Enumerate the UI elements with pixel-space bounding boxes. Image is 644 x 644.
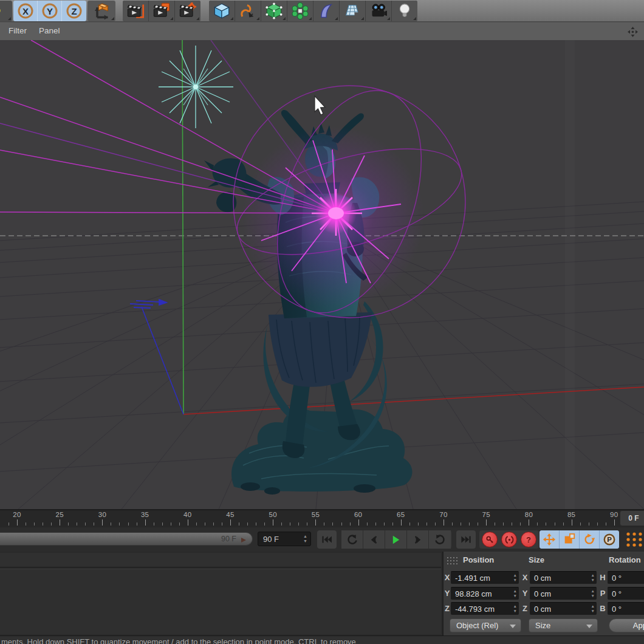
- axis-lock-x-button[interactable]: X: [13, 1, 38, 21]
- keyframe-group: ?: [479, 530, 539, 549]
- record-parameter-button[interactable]: P: [600, 530, 619, 549]
- render-view-button[interactable]: [123, 1, 148, 21]
- timeline-range-slider[interactable]: 90 F: [0, 532, 253, 546]
- coordinate-system-button[interactable]: [87, 1, 115, 21]
- x-axis-line[interactable]: [183, 387, 644, 414]
- record-scale-button[interactable]: [560, 530, 579, 549]
- axis-lock-y-button[interactable]: Y: [38, 1, 62, 21]
- camera-button[interactable]: [366, 1, 391, 21]
- play-backwards-button[interactable]: [341, 530, 363, 549]
- end-frame-field[interactable]: 90 F ▲▼: [258, 532, 311, 546]
- menu-filter[interactable]: Filter: [9, 26, 27, 35]
- axis-lock-z-button[interactable]: Z: [62, 1, 86, 21]
- spline-pen-button[interactable]: [235, 1, 261, 21]
- menu-panel[interactable]: Panel: [39, 26, 60, 35]
- play-icon: [390, 534, 402, 546]
- play-forwards-button[interactable]: [429, 530, 451, 549]
- goto-end-button[interactable]: [456, 530, 476, 549]
- play-button[interactable]: [385, 530, 407, 549]
- object-tools-group: [209, 1, 417, 21]
- render-view-icon: [126, 2, 145, 19]
- bend-deformer-button[interactable]: [313, 1, 339, 21]
- render-group: [123, 1, 200, 21]
- size-z-field[interactable]: 0 cm▲▼: [530, 602, 597, 615]
- spinner-arrows-icon[interactable]: ▲▼: [303, 534, 307, 544]
- play-forwards-icon: [434, 534, 446, 546]
- range-end-label: 90 F: [221, 535, 236, 543]
- bottom-zone: Position Size Rotation X -1.491 cm▲▼ X 0…: [0, 552, 644, 635]
- position-x-field[interactable]: -1.491 cm▲▼: [451, 571, 519, 584]
- subdivision-surface-button[interactable]: [261, 1, 287, 21]
- z-axis-handle[interactable]: [130, 300, 166, 308]
- position-y-field[interactable]: 98.828 cm▲▼: [451, 587, 519, 600]
- size-mode-dropdown[interactable]: Size: [529, 618, 598, 632]
- rotation-p-field[interactable]: 0 °: [608, 587, 644, 600]
- toolbar-partial-button[interactable]: [0, 1, 12, 21]
- autokey-button[interactable]: [501, 532, 517, 547]
- panel-grip-icon[interactable]: [447, 557, 459, 565]
- rotation-h-field[interactable]: 0 °: [608, 571, 644, 584]
- size-y-field[interactable]: 0 cm▲▼: [530, 587, 597, 600]
- viewport-menubar: Filter Panel: [0, 22, 644, 40]
- axis-lock-group: X Y Z: [13, 1, 86, 21]
- goto-start-icon: [321, 535, 333, 544]
- main-toolbar: X Y Z: [0, 0, 644, 22]
- bend-deformer-icon: [318, 2, 335, 19]
- parameter-tool-icon: P: [603, 533, 616, 546]
- spline-pen-icon: [239, 2, 256, 19]
- autokey-icon: [505, 535, 514, 544]
- pos-x-label: X: [444, 573, 451, 582]
- record-rotation-button[interactable]: [580, 530, 599, 549]
- size-y-label: Y: [521, 589, 529, 598]
- axis-y-icon: Y: [41, 2, 59, 20]
- render-picture-viewer-button[interactable]: [149, 1, 174, 21]
- timeline-ruler[interactable]: 0 F 202530354045505560657075808590: [0, 510, 644, 527]
- status-text: ments. Hold down SHIFT to quantize movem…: [1, 637, 356, 644]
- material-manager-area[interactable]: [0, 569, 441, 634]
- material-manager-toolbar[interactable]: [0, 553, 441, 567]
- floor-environment-button[interactable]: [340, 1, 365, 21]
- next-frame-icon: [412, 534, 423, 546]
- svg-text:Y: Y: [46, 6, 52, 16]
- rotation-b-field[interactable]: 0 °: [608, 602, 644, 615]
- cinema4d-window: X Y Z: [0, 0, 644, 644]
- rotation-header: Rotation: [609, 555, 641, 564]
- apply-button[interactable]: App: [609, 618, 644, 632]
- question-glyph: ?: [526, 535, 531, 544]
- playback-group: [341, 530, 451, 549]
- viewport-move-icon[interactable]: [628, 27, 638, 37]
- chevron-down-icon: [586, 625, 592, 628]
- rotate-tool-icon: [583, 533, 596, 546]
- goto-start-button[interactable]: [317, 530, 337, 549]
- next-frame-button[interactable]: [407, 530, 429, 549]
- key-icon: [485, 535, 495, 544]
- coordinates-panel: Position Size Rotation X -1.491 cm▲▼ X 0…: [442, 552, 644, 635]
- light-button[interactable]: [392, 1, 417, 21]
- coordinate-mode-dropdown[interactable]: Object (Rel): [450, 618, 521, 632]
- primitive-cube-button[interactable]: [209, 1, 235, 21]
- current-frame-box[interactable]: 0 F: [620, 510, 644, 526]
- viewport-scene[interactable]: [0, 40, 644, 509]
- light-core[interactable]: [328, 207, 344, 219]
- previous-frame-button[interactable]: [363, 530, 385, 549]
- render-settings-button[interactable]: [175, 1, 200, 21]
- rot-b-label: B: [599, 604, 606, 613]
- keyframe-help-button[interactable]: ?: [521, 532, 536, 547]
- position-z-field[interactable]: -44.793 cm▲▼: [451, 602, 519, 615]
- y-axis-line[interactable]: [182, 40, 183, 414]
- array-generator-button[interactable]: [287, 1, 313, 21]
- record-position-button[interactable]: [540, 530, 559, 549]
- move-tool-icon: [543, 533, 556, 546]
- partial-icon: [0, 8, 1, 13]
- svg-text:X: X: [22, 6, 28, 16]
- primitive-cube-icon: [213, 2, 230, 19]
- mouse-cursor: [315, 96, 325, 115]
- light-object-starburst[interactable]: [159, 46, 233, 128]
- floor-environment-icon: [344, 2, 361, 19]
- record-keyframe-button[interactable]: [482, 532, 498, 547]
- previous-frame-icon: [368, 534, 380, 546]
- coordinate-system-icon: [93, 2, 110, 19]
- size-x-field[interactable]: 0 cm▲▼: [530, 571, 597, 584]
- record-channels-group: P: [540, 530, 619, 549]
- pos-z-label: Z: [444, 604, 451, 613]
